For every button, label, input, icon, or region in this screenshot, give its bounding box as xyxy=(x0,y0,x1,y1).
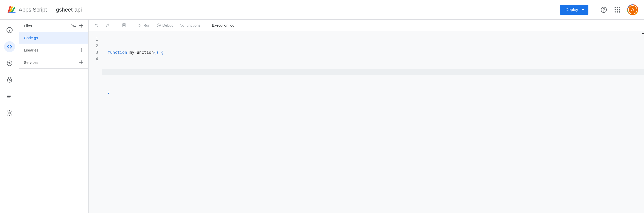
svg-point-10 xyxy=(619,11,620,13)
separator xyxy=(132,22,132,28)
svg-point-21 xyxy=(157,24,160,27)
plus-icon xyxy=(78,23,84,29)
svg-rect-19 xyxy=(123,24,125,25)
code-line-1[interactable]: function myFunction() { xyxy=(102,49,644,56)
svg-rect-20 xyxy=(123,25,125,27)
plus-icon xyxy=(78,47,84,53)
nav-triggers[interactable] xyxy=(4,58,15,69)
deploy-button[interactable]: Deploy ▼ xyxy=(560,5,588,15)
svg-point-5 xyxy=(615,9,616,10)
svg-point-3 xyxy=(617,7,618,8)
list-play-icon xyxy=(7,94,12,99)
project-title[interactable]: gsheet-api xyxy=(56,7,82,13)
clock-icon xyxy=(6,77,13,83)
file-item-code-gs[interactable]: Code.gs xyxy=(19,32,88,44)
libraries-label: Libraries xyxy=(24,48,77,52)
product-name: Apps Script xyxy=(19,7,47,13)
function-selector-label: No functions xyxy=(180,23,200,27)
separator xyxy=(116,22,116,28)
libraries-section-header: Libraries xyxy=(19,44,88,56)
sort-files-button[interactable]: A Z xyxy=(69,22,77,30)
chevron-down-icon: ▼ xyxy=(582,8,584,11)
svg-point-1 xyxy=(603,11,604,12)
svg-text:A: A xyxy=(71,23,73,26)
nav-project-settings[interactable] xyxy=(4,108,15,119)
separator xyxy=(594,6,594,14)
svg-text:Z: Z xyxy=(73,25,74,28)
editor-toolbar: Run Debug No functions Execution log xyxy=(89,20,644,31)
services-label: Services xyxy=(24,60,77,65)
add-file-button[interactable] xyxy=(77,22,85,30)
svg-rect-13 xyxy=(9,30,10,32)
code-line-2[interactable] xyxy=(102,69,644,75)
svg-point-8 xyxy=(615,11,616,13)
nav-overview[interactable] xyxy=(4,25,15,36)
debug-icon xyxy=(156,23,161,28)
code-line-4[interactable] xyxy=(102,108,644,115)
apps-script-logo-icon xyxy=(7,5,16,14)
svg-point-7 xyxy=(619,9,620,10)
deploy-label: Deploy xyxy=(566,8,578,12)
code-editor[interactable]: 1 2 3 4 function myFunction() { } xyxy=(89,31,644,213)
sort-az-icon: A Z xyxy=(70,23,76,28)
redo-icon xyxy=(105,23,110,28)
debug-label: Debug xyxy=(163,23,174,27)
function-selector[interactable]: No functions xyxy=(177,22,203,29)
svg-point-2 xyxy=(615,7,616,8)
svg-point-9 xyxy=(617,11,618,13)
line-gutter: 1 2 3 4 xyxy=(89,36,102,213)
separator xyxy=(206,22,206,28)
history-icon xyxy=(6,60,13,67)
undo-icon xyxy=(94,23,99,28)
execution-log-button[interactable]: Execution log xyxy=(209,22,237,29)
services-section-header: Services xyxy=(19,56,88,68)
undo-button[interactable] xyxy=(92,21,102,29)
files-label: Files xyxy=(24,24,69,28)
play-icon xyxy=(138,23,142,27)
redo-button[interactable] xyxy=(103,21,113,29)
line-number: 3 xyxy=(96,49,98,56)
svg-point-6 xyxy=(617,9,618,10)
code-line-3[interactable]: } xyxy=(102,88,644,95)
info-icon xyxy=(6,27,13,33)
logo-area[interactable]: Apps Script xyxy=(7,5,47,14)
help-button[interactable] xyxy=(599,5,609,15)
help-icon xyxy=(600,7,607,13)
files-section-header: Files A Z xyxy=(19,20,88,32)
left-rail xyxy=(0,20,19,213)
nav-executions[interactable] xyxy=(4,74,15,85)
nav-execution-log-shortcut[interactable] xyxy=(4,91,15,102)
code-lines[interactable]: function myFunction() { } xyxy=(102,36,644,213)
svg-point-12 xyxy=(9,29,10,29)
header: Apps Script gsheet-api Deploy ▼ A xyxy=(0,0,644,20)
code-icon xyxy=(6,43,13,50)
run-label: Run xyxy=(143,23,150,27)
line-number: 1 xyxy=(96,36,98,43)
line-number: 2 xyxy=(96,43,98,49)
svg-point-4 xyxy=(619,7,620,8)
apps-grid-icon xyxy=(615,7,620,13)
gear-icon xyxy=(6,110,13,116)
svg-point-15 xyxy=(9,112,11,114)
avatar-letter: A xyxy=(628,5,637,14)
add-service-button[interactable] xyxy=(77,58,85,66)
save-button[interactable] xyxy=(119,21,129,29)
google-apps-button[interactable] xyxy=(612,5,622,15)
debug-button[interactable]: Debug xyxy=(154,22,176,29)
run-button[interactable]: Run xyxy=(135,22,153,29)
execution-log-label: Execution log xyxy=(212,23,234,27)
minimap-indicator xyxy=(642,33,644,34)
sidebar: Files A Z Code.gs Librar xyxy=(19,20,89,213)
nav-editor[interactable] xyxy=(4,41,15,52)
line-number: 4 xyxy=(96,56,98,62)
plus-icon xyxy=(78,59,84,65)
add-library-button[interactable] xyxy=(77,46,85,54)
save-icon xyxy=(122,23,127,28)
editor-area: Run Debug No functions Execution log 1 2 xyxy=(89,20,644,213)
account-avatar[interactable]: A xyxy=(627,5,638,15)
